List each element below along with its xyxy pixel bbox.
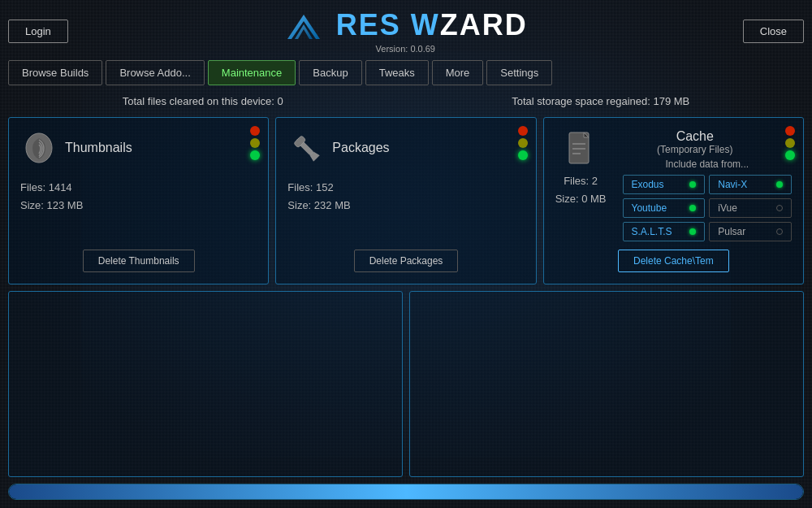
packages-title: Packages bbox=[332, 141, 389, 155]
storage-regained-stat: Total storage space regained: 179 MB bbox=[512, 95, 689, 107]
addon-exodus[interactable]: Exodus bbox=[623, 175, 706, 194]
cache-stats: Files: 2 Size: 0 MB bbox=[555, 172, 607, 208]
yellow-light bbox=[518, 138, 528, 148]
red-light bbox=[250, 126, 260, 136]
app-title: RES WZARD bbox=[336, 8, 528, 42]
nav-bar: Browse Builds Browse Addo... Maintenance… bbox=[8, 60, 804, 85]
packages-card: Packages Files: 152 Size: 232 MB Delete … bbox=[275, 117, 536, 284]
stats-row: Total files cleared on this device: 0 To… bbox=[8, 95, 804, 107]
green-light bbox=[250, 150, 260, 160]
addon-ivue[interactable]: iVue bbox=[709, 198, 792, 218]
packages-icon bbox=[287, 129, 324, 166]
addon-salts-label: S.A.L.T.S bbox=[632, 226, 672, 237]
cache-icon bbox=[563, 129, 599, 166]
empty-card-left bbox=[8, 291, 403, 477]
version-label: Version: 0.0.69 bbox=[376, 44, 435, 54]
cache-card: Files: 2 Size: 0 MB Cache (Temporary Fil… bbox=[543, 117, 804, 284]
nav-settings[interactable]: Settings bbox=[486, 60, 552, 85]
green-light bbox=[785, 150, 795, 160]
nav-more[interactable]: More bbox=[432, 60, 484, 85]
addon-exodus-label: Exodus bbox=[632, 179, 664, 190]
nav-browse-builds[interactable]: Browse Builds bbox=[8, 60, 102, 85]
addon-pulsar-dot bbox=[776, 228, 783, 235]
addon-youtube-label: Youtube bbox=[632, 202, 667, 214]
nav-maintenance[interactable]: Maintenance bbox=[208, 60, 296, 85]
addon-pulsar[interactable]: Pulsar bbox=[709, 222, 792, 241]
thumbnails-header: Thumbnails bbox=[20, 129, 257, 166]
red-light bbox=[518, 126, 528, 136]
cache-title: Cache bbox=[623, 129, 767, 144]
files-cleared-stat: Total files cleared on this device: 0 bbox=[123, 95, 283, 107]
close-button[interactable]: Close bbox=[743, 20, 804, 43]
empty-card-right bbox=[409, 291, 804, 477]
addon-youtube-dot bbox=[689, 205, 696, 211]
delete-packages-button[interactable]: Delete Packages bbox=[354, 250, 459, 272]
delete-thumbnails-button[interactable]: Delete Thumbnails bbox=[83, 250, 195, 272]
addon-navix-label: Navi-X bbox=[718, 179, 747, 190]
nav-browse-addons[interactable]: Browse Addo... bbox=[106, 60, 204, 85]
packages-stats: Files: 152 Size: 232 MB bbox=[287, 179, 524, 215]
nav-tweaks[interactable]: Tweaks bbox=[365, 60, 429, 85]
logo-area: RES WZARD Version: 0.0.69 bbox=[68, 8, 743, 54]
red-light bbox=[785, 126, 795, 136]
cache-files: Files: 2 bbox=[555, 172, 607, 190]
yellow-light bbox=[250, 138, 260, 148]
thumbnails-footer: Delete Thumbnails bbox=[20, 250, 257, 272]
packages-header: Packages bbox=[287, 129, 524, 166]
top-bar: Login bbox=[8, 8, 804, 54]
thumbnails-files: Files: 1414 bbox=[20, 179, 257, 197]
thumbnails-icon bbox=[20, 129, 57, 166]
bottom-cards-row bbox=[8, 291, 804, 477]
thumbnails-card: Thumbnails Files: 1414 Size: 123 MB Dele… bbox=[8, 117, 269, 284]
nav-backup[interactable]: Backup bbox=[299, 60, 361, 85]
addon-grid: Exodus Navi-X Youtube iVue bbox=[623, 175, 792, 241]
packages-footer: Delete Packages bbox=[287, 250, 524, 272]
packages-size: Size: 232 MB bbox=[287, 197, 524, 215]
green-light bbox=[518, 150, 528, 160]
login-button[interactable]: Login bbox=[8, 20, 68, 43]
logo-icon bbox=[283, 8, 324, 42]
cache-subtitle: (Temporary Files) bbox=[623, 144, 767, 155]
addon-exodus-dot bbox=[689, 181, 696, 188]
addon-navix[interactable]: Navi-X bbox=[709, 175, 792, 194]
addon-ivue-label: iVue bbox=[718, 202, 737, 214]
thumbnails-stats: Files: 1414 Size: 123 MB bbox=[20, 179, 257, 215]
thumbnails-size: Size: 123 MB bbox=[20, 197, 257, 215]
delete-cache-button[interactable]: Delete Cache\Tem bbox=[618, 250, 729, 272]
bottom-progress-bar bbox=[8, 484, 804, 500]
yellow-light bbox=[785, 138, 795, 148]
thumbnails-title: Thumbnails bbox=[65, 141, 132, 155]
packages-files: Files: 152 bbox=[287, 179, 524, 197]
cache-traffic-light bbox=[785, 126, 795, 160]
addon-pulsar-label: Pulsar bbox=[718, 226, 745, 237]
addon-salts-dot bbox=[689, 228, 696, 235]
thumbnails-traffic-light bbox=[250, 126, 260, 160]
packages-traffic-light bbox=[518, 126, 528, 160]
top-cards-row: Thumbnails Files: 1414 Size: 123 MB Dele… bbox=[8, 117, 804, 284]
addon-ivue-dot bbox=[776, 205, 783, 211]
cache-size: Size: 0 MB bbox=[555, 190, 607, 208]
include-label: Include data from... bbox=[623, 158, 792, 170]
addon-youtube[interactable]: Youtube bbox=[623, 198, 706, 218]
progress-fill bbox=[9, 484, 803, 499]
addon-salts[interactable]: S.A.L.T.S bbox=[623, 222, 706, 241]
addon-navix-dot bbox=[776, 181, 783, 188]
